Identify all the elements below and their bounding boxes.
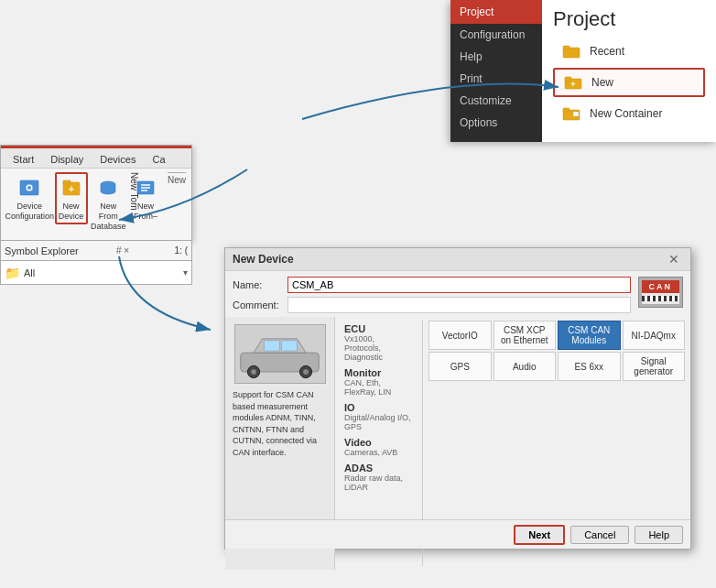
svg-text:+: + <box>570 80 575 89</box>
name-row: Name: <box>233 277 631 293</box>
sidebar-item-help[interactable]: Help <box>450 46 542 68</box>
device-configuration-button[interactable]: DeviceConfiguration <box>6 172 53 224</box>
comment-input[interactable] <box>287 297 631 313</box>
recent-label: Recent <box>590 45 624 58</box>
can-logo: CAN <box>642 280 680 293</box>
comment-row: Comment: <box>233 297 631 313</box>
symbol-explorer-number: 1: ( <box>175 245 188 256</box>
cat-video[interactable]: Video Cameras, AVB <box>341 434 417 460</box>
sidebar-item-options[interactable]: Options <box>450 112 542 134</box>
svg-rect-1 <box>563 46 570 49</box>
symbol-explorer-label: Symbol Explorer <box>5 245 79 256</box>
sidebar-item-configuration[interactable]: Configuration <box>450 24 542 46</box>
tab-ca[interactable]: Ca <box>144 150 173 168</box>
device-cell-gps[interactable]: GPS <box>429 352 492 381</box>
help-button[interactable]: Help <box>635 526 683 544</box>
svg-rect-6 <box>563 108 570 112</box>
toolbar-icon-row: DeviceConfiguration + NewDevice New From… <box>1 169 191 237</box>
project-content: Project Recent + New New Container <box>542 0 716 142</box>
device-config-icon <box>16 175 42 201</box>
device-cell-csm-can[interactable]: CSM CAN Modules <box>558 321 621 350</box>
new-section-label: New <box>168 172 186 185</box>
project-sidebar-title: Project <box>450 0 542 24</box>
symbol-explorer-pin[interactable]: # × <box>116 245 129 256</box>
dialog-footer: Next Cancel Help <box>225 519 690 549</box>
svg-rect-27 <box>264 340 279 350</box>
new-from-db-button[interactable]: New FromDatabase <box>90 172 127 234</box>
device-cell-ni-daqmx[interactable]: NI-DAQmx <box>623 321 686 350</box>
cat-ecu[interactable]: ECU Vx1000, Protocols, Diagnostic <box>341 321 417 365</box>
all-folder-icon: 📁 <box>5 266 20 280</box>
svg-rect-28 <box>281 340 297 350</box>
tab-start[interactable]: Start <box>5 150 42 168</box>
svg-rect-13 <box>63 180 71 184</box>
new-container-icon <box>560 104 582 123</box>
dialog-close-button[interactable]: ✕ <box>665 252 683 267</box>
device-config-label: DeviceConfiguration <box>5 201 55 222</box>
symbol-explorer: Symbol Explorer # × 1: ( <box>0 241 192 261</box>
svg-point-10 <box>27 186 31 190</box>
device-cell-csm-xcp-eth[interactable]: CSM XCP on Ethernet <box>494 321 557 350</box>
dialog-title: New Device <box>233 253 294 266</box>
tab-display[interactable]: Display <box>42 150 92 168</box>
device-cell-es6xx[interactable]: ES 6xx <box>558 352 621 381</box>
new-tom-annotation: New Tom <box>129 172 139 211</box>
new-device-button[interactable]: + NewDevice <box>55 172 88 224</box>
next-button[interactable]: Next <box>514 525 565 545</box>
new-from-db-label: New FromDatabase <box>91 201 126 231</box>
car-graphic <box>236 327 323 382</box>
new-device-icon: + <box>59 175 84 201</box>
svg-point-25 <box>251 369 256 375</box>
project-panel-title: Project <box>553 7 705 31</box>
tab-devices[interactable]: Devices <box>92 150 144 168</box>
cat-monitor[interactable]: Monitor CAN, Eth, FlexRay, LIN <box>341 365 417 399</box>
toolbar-window: Start Display Devices Ca DeviceConfigura… <box>0 145 192 241</box>
comment-label: Comment: <box>233 299 287 310</box>
recent-action[interactable]: Recent <box>553 38 705 64</box>
name-input[interactable] <box>287 277 631 293</box>
recent-icon <box>560 42 582 60</box>
dialog-titlebar: New Device ✕ <box>225 248 690 271</box>
device-cell-vectorio[interactable]: VectorIO <box>429 321 492 350</box>
name-label: Name: <box>233 279 287 290</box>
new-device-dialog: New Device ✕ Name: Comment: CAN <box>224 247 691 550</box>
symbol-all-row: 📁 All ▾ <box>0 261 192 285</box>
dialog-header-row: Name: Comment: CAN <box>225 271 690 317</box>
svg-point-26 <box>303 369 309 375</box>
name-comment-area: Name: Comment: <box>233 277 631 317</box>
new-project-icon: + <box>562 73 584 92</box>
project-sidebar: Project Configuration Help Print Customi… <box>450 0 542 142</box>
sidebar-item-print[interactable]: Print <box>450 68 542 90</box>
new-device-label: NewDevice <box>59 201 84 222</box>
new-from-db-icon <box>95 175 121 201</box>
all-dropdown-arrow[interactable]: ▾ <box>183 267 188 278</box>
project-panel: Project Configuration Help Print Customi… <box>450 0 716 142</box>
new-action[interactable]: + New <box>553 68 705 97</box>
device-description: Support for CSM CAN based measurement mo… <box>233 389 327 459</box>
svg-rect-7 <box>573 112 579 116</box>
sidebar-item-customize[interactable]: Customize <box>450 90 542 112</box>
new-label: New <box>591 76 613 89</box>
device-image <box>234 324 326 384</box>
toolbar-tabs: Start Display Devices Ca <box>1 148 191 169</box>
cat-io[interactable]: IO Digital/Analog I/O, GPS <box>341 399 417 434</box>
device-cell-signal-gen[interactable]: Signal generator <box>623 352 686 381</box>
device-cell-audio[interactable]: Audio <box>494 352 557 381</box>
all-label: All <box>24 267 183 278</box>
cat-adas[interactable]: ADAS Radar raw data, LiDAR <box>341 460 417 495</box>
new-container-label: New Container <box>590 107 662 120</box>
can-logo-area: CAN <box>638 277 684 308</box>
svg-text:+: + <box>68 183 73 194</box>
new-container-action[interactable]: New Container <box>553 101 705 126</box>
cancel-button[interactable]: Cancel <box>570 526 629 544</box>
